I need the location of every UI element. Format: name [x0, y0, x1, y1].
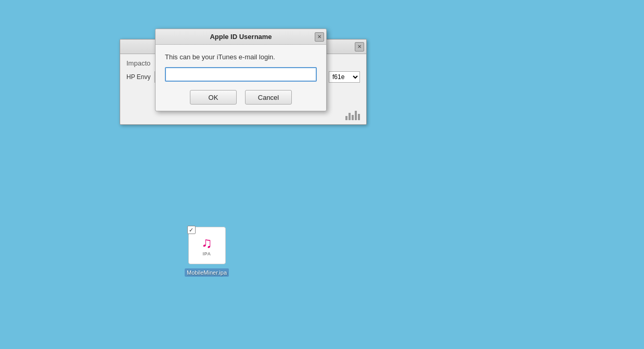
apple-id-dialog: Apple ID Username ✕ This can be your iTu… — [155, 29, 327, 111]
ipa-type-label: IPA — [203, 251, 211, 256]
dialog-close-button[interactable]: ✕ — [315, 32, 324, 42]
icon-wrapper: ✓ ♫ IPA — [186, 225, 228, 266]
bg-window-select[interactable]: f61e — [329, 71, 360, 83]
cancel-button[interactable]: Cancel — [245, 90, 292, 105]
dialog-body: This can be your iTunes e-mail login. OK… — [156, 45, 326, 111]
bg-window-label: HP Envy — [126, 73, 150, 81]
bg-window-close-button[interactable]: ✕ — [355, 42, 364, 51]
apple-id-input[interactable] — [165, 67, 317, 82]
ok-button[interactable]: OK — [190, 90, 237, 105]
dialog-titlebar: Apple ID Username ✕ — [156, 29, 326, 45]
dialog-buttons: OK Cancel — [165, 90, 317, 105]
bg-window-chart — [345, 110, 360, 120]
file-icon-label: MobileMiner.ipa — [185, 268, 229, 277]
dialog-hint-text: This can be your iTunes e-mail login. — [165, 53, 317, 61]
icon-checkbox[interactable]: ✓ — [187, 226, 196, 234]
music-note-icon: ♫ — [201, 235, 212, 251]
dialog-title: Apple ID Username — [160, 33, 322, 41]
mobile-miner-file-icon[interactable]: ✓ ♫ IPA MobileMiner.ipa — [182, 225, 231, 277]
